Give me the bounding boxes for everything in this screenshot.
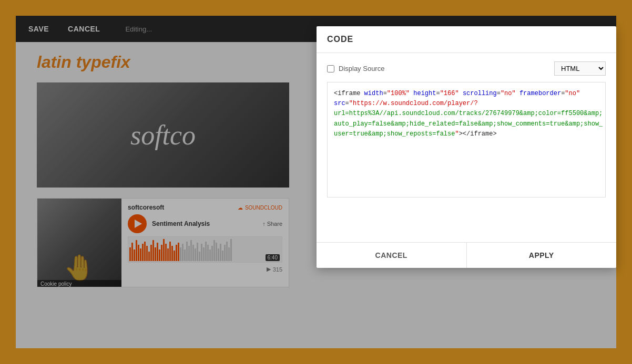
modal-cancel-button[interactable]: CANCEL [317, 243, 467, 268]
modal-toolbar: Display Source HTML Markdown Text [327, 61, 606, 76]
display-source-label: Display Source [339, 65, 384, 72]
modal-overlay: CODE Display Source HTML Markdown Text <… [0, 0, 632, 364]
modal-title: CODE [327, 35, 606, 44]
modal-header: CODE [317, 26, 616, 53]
display-source-control: Display Source [327, 65, 384, 72]
format-select[interactable]: HTML Markdown Text [554, 61, 606, 76]
modal-apply-button[interactable]: APPLY [467, 243, 617, 268]
code-content-area[interactable]: <iframe width="100%" height="166" scroll… [327, 82, 606, 197]
display-source-checkbox[interactable] [327, 65, 334, 72]
modal-body: Display Source HTML Markdown Text <ifram… [317, 53, 616, 242]
modal-footer: CANCEL APPLY [317, 242, 616, 268]
code-modal: CODE Display Source HTML Markdown Text <… [317, 26, 616, 268]
